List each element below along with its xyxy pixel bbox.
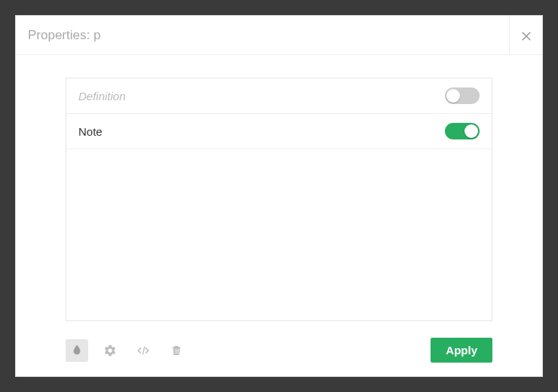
toggle-note[interactable] [445, 123, 480, 139]
code-button[interactable] [132, 339, 155, 362]
list-item-label: Note [78, 125, 103, 138]
drop-icon [70, 344, 84, 357]
drop-button[interactable] [66, 339, 88, 362]
properties-list: Definition Note [66, 78, 492, 321]
settings-button[interactable] [99, 339, 121, 362]
dialog-footer: Apply [16, 327, 542, 376]
toggle-knob [446, 89, 460, 103]
dialog-body: Definition Note [16, 55, 542, 327]
gear-icon [103, 344, 117, 357]
code-icon [136, 344, 150, 357]
delete-button[interactable] [165, 339, 188, 362]
list-item: Note [66, 114, 492, 149]
toggle-knob [464, 124, 478, 138]
toggle-definition [445, 87, 480, 104]
toolbar [66, 339, 188, 362]
close-icon [520, 29, 533, 42]
apply-button[interactable]: Apply [431, 338, 492, 363]
trash-icon [170, 344, 183, 357]
dialog-header: Properties: p [16, 16, 542, 55]
properties-dialog: Properties: p Definition Note [15, 15, 543, 377]
list-item: Definition [66, 78, 492, 114]
list-item-label: Definition [78, 90, 126, 103]
dialog-title: Properties: p [28, 28, 100, 43]
close-button[interactable] [509, 16, 542, 55]
